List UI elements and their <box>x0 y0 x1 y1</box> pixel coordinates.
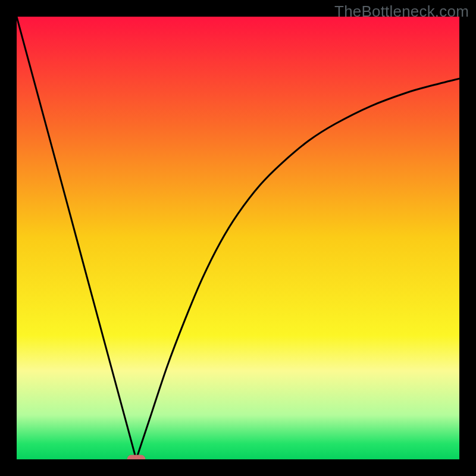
plot-area <box>17 17 459 459</box>
minimum-marker <box>127 455 145 460</box>
chart-canvas <box>17 17 459 459</box>
gradient-background <box>17 17 459 459</box>
chart-frame: TheBottleneck.com <box>0 0 476 476</box>
watermark-text: TheBottleneck.com <box>334 2 469 21</box>
